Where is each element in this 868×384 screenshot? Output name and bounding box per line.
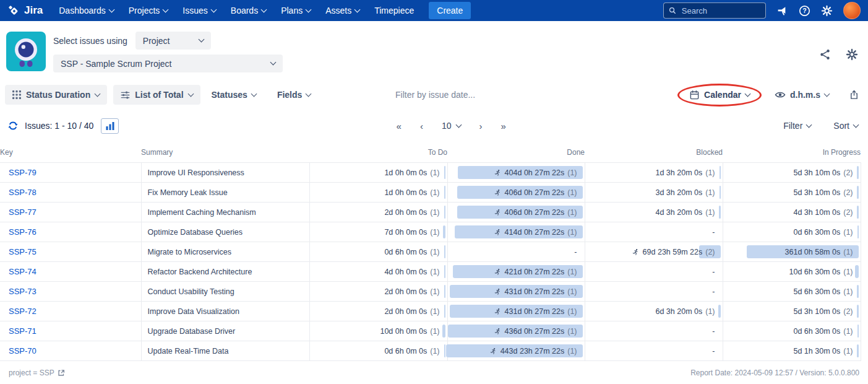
nav-item-issues[interactable]: Issues: [183, 6, 215, 15]
global-search[interactable]: [663, 2, 766, 19]
status-count: (1): [705, 208, 715, 217]
nav-item-label: Boards: [231, 6, 258, 15]
project-dropdown[interactable]: SSP - Sample Scrum Project: [53, 55, 283, 72]
status-count: (2): [843, 307, 853, 316]
prev-page-button[interactable]: ‹: [420, 121, 423, 131]
duration-value: -: [589, 347, 715, 356]
nav-item-label: Timepiece: [374, 6, 414, 15]
column-header-key[interactable]: Key: [0, 143, 141, 163]
calendar-dropdown[interactable]: Calendar: [689, 90, 750, 100]
export-button[interactable]: [849, 89, 859, 100]
page-size-value: 10: [442, 121, 452, 131]
duration-cell: 443d 23h 27m 22s(1): [447, 341, 585, 361]
issue-key-link[interactable]: SSP-79: [9, 168, 37, 177]
issue-summary: Implement Caching Mechanism: [141, 203, 309, 222]
runner-icon: [494, 268, 501, 276]
status-count: (1): [567, 287, 577, 296]
jira-home-link[interactable]: Jira: [7, 4, 43, 17]
first-page-button[interactable]: «: [397, 121, 402, 131]
duration-value: 0d 6h 0m 0s(1): [314, 347, 440, 356]
status-count: (1): [705, 307, 715, 316]
refresh-button[interactable]: [7, 120, 19, 131]
column-header-to-do[interactable]: To Do: [309, 143, 447, 163]
issue-key-link[interactable]: SSP-78: [9, 188, 37, 197]
jql-link[interactable]: project = SSP: [9, 369, 65, 377]
issue-key-link[interactable]: SSP-77: [9, 207, 37, 217]
nav-item-plans[interactable]: Plans: [281, 6, 311, 15]
column-header-done[interactable]: Done: [447, 143, 585, 163]
share-button[interactable]: [819, 48, 831, 61]
nav-item-timepiece[interactable]: Timepiece: [374, 6, 414, 15]
column-header-in-progress[interactable]: In Progress: [723, 143, 861, 163]
duration-value: 3d 3h 20m 0s(1): [589, 188, 715, 197]
admin-settings-button[interactable]: [821, 5, 833, 17]
statuses-dropdown[interactable]: Statuses: [212, 90, 256, 100]
list-type-dropdown[interactable]: List of Total: [113, 85, 200, 105]
sort-dropdown[interactable]: Sort: [833, 121, 858, 131]
chart-view-button[interactable]: [101, 118, 119, 134]
status-count: (2): [843, 188, 853, 197]
issue-key-link[interactable]: SSP-72: [9, 307, 37, 316]
status-count: (1): [843, 268, 853, 276]
issue-key-link[interactable]: SSP-74: [9, 267, 37, 276]
help-icon: ?: [799, 5, 810, 17]
duration-cell: 4d 0h 0m 0s(1): [309, 262, 447, 282]
duration-value: 5d 1h 30m 0s(1): [727, 347, 853, 356]
issue-key-link[interactable]: SSP-75: [9, 247, 37, 256]
status-count: (1): [430, 307, 439, 316]
issue-key-link[interactable]: SSP-73: [9, 287, 37, 296]
status-count: (1): [430, 168, 439, 177]
share-icon: [819, 48, 831, 61]
duration-value: 406d 0h 27m 22s(1): [452, 188, 577, 197]
duration-text: 2d 0h 0m 0s: [384, 287, 427, 296]
duration-cell: 3d 3h 20m 0s(1): [585, 183, 723, 203]
duration-value: 361d 0h 58m 0s(1): [727, 248, 853, 256]
duration-cell: 2d 0h 0m 0s(1): [309, 282, 447, 302]
duration-bar: [855, 265, 858, 278]
status-count: (1): [430, 208, 439, 217]
column-header-blocked[interactable]: Blocked: [585, 143, 723, 163]
issue-source-dropdown[interactable]: Project: [135, 32, 211, 50]
search-input[interactable]: [681, 6, 760, 16]
feedback-button[interactable]: [776, 6, 788, 16]
duration-text: 1d 3h 20m 0s: [655, 168, 702, 177]
status-count: (2): [843, 168, 853, 177]
nav-item-dashboards[interactable]: Dashboards: [59, 6, 114, 15]
duration-bar: [720, 166, 721, 179]
last-page-button[interactable]: »: [501, 121, 506, 131]
column-header-summary[interactable]: Summary: [141, 143, 309, 163]
nav-item-label: Dashboards: [59, 6, 106, 15]
issue-key-link[interactable]: SSP-70: [9, 346, 37, 356]
nav-item-label: Projects: [129, 6, 160, 15]
footer: project = SSP Report Date: 2024-05-09 12…: [0, 369, 868, 377]
fields-dropdown[interactable]: Fields: [277, 90, 311, 100]
duration-cell: 0d 6h 30m 0s(1): [723, 222, 861, 242]
eye-icon: [775, 89, 786, 100]
issue-date-filter-input[interactable]: [394, 89, 489, 100]
user-avatar[interactable]: [843, 2, 861, 19]
page: Jira DashboardsProjectsIssuesBoardsPlans…: [0, 0, 868, 384]
status-count: (1): [567, 188, 577, 197]
issue-key-link[interactable]: SSP-76: [9, 227, 37, 237]
issue-key-link[interactable]: SSP-71: [9, 326, 37, 336]
create-button[interactable]: Create: [429, 2, 471, 19]
duration-value: 5d 6h 30m 0s(1): [727, 287, 853, 296]
duration-value: 421d 0h 27m 22s(1): [452, 268, 577, 276]
help-button[interactable]: ?: [799, 5, 810, 17]
filter-dropdown[interactable]: Filter: [783, 121, 811, 131]
nav-item-boards[interactable]: Boards: [231, 6, 266, 15]
nav-item-assets[interactable]: Assets: [325, 6, 359, 15]
next-page-button[interactable]: ›: [479, 121, 483, 131]
report-settings-button[interactable]: [846, 48, 858, 61]
duration-text: 414d 0h 27m 22s: [505, 228, 565, 237]
report-type-dropdown[interactable]: Status Duration: [5, 85, 107, 105]
time-format-dropdown[interactable]: d.h.m.s: [775, 89, 829, 100]
duration-text: 10d 6h 30m 0s: [789, 268, 841, 276]
gear-icon: [846, 48, 858, 61]
duration-cell: 1d 0h 0m 0s(1): [309, 163, 447, 183]
issue-key-cell: SSP-71: [0, 321, 141, 341]
duration-value: 431d 0h 27m 22s(1): [452, 287, 577, 296]
app-header: Select issues using Project SSP - Sample…: [0, 21, 868, 79]
page-size-dropdown[interactable]: 10: [442, 121, 461, 131]
nav-item-projects[interactable]: Projects: [129, 6, 168, 15]
